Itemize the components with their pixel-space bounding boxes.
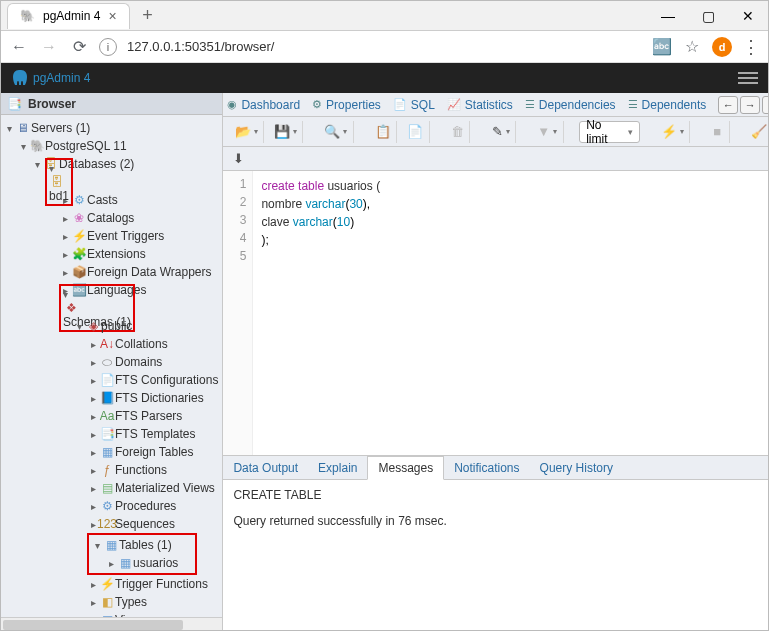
query-toolbar: 📂 💾 🔍 📋 📄 🗑 ✎ ▼ No limit▾ ⚡ ■ 🧹 <box>223 117 769 147</box>
tree-node-trigger-functions[interactable]: ▸⚡Trigger Functions <box>1 575 222 593</box>
tree-node-bd1[interactable]: ▾🗄bd1 <box>1 173 222 191</box>
tree-node-extensions[interactable]: ▸🧩Extensions <box>1 245 222 263</box>
tree-node-fdw[interactable]: ▸📦Foreign Data Wrappers <box>1 263 222 281</box>
profile-avatar[interactable]: d <box>712 37 732 57</box>
object-tree[interactable]: ▾🖥Servers (1) ▾🐘PostgreSQL 11 ▾🗄Database… <box>1 115 222 617</box>
open-file-button[interactable]: 📂 <box>229 121 264 143</box>
execute-button[interactable]: ⚡ <box>655 121 690 143</box>
window-controls: — ▢ ✕ <box>648 1 768 31</box>
tree-node-tables[interactable]: ▾▦Tables (1) <box>91 536 193 554</box>
browser-tab-strip: 🐘 pgAdmin 4 × + — ▢ ✕ <box>1 1 768 31</box>
result-tab-query-history[interactable]: Query History <box>530 457 623 479</box>
tree-node-usuarios[interactable]: ▸▦usuarios <box>91 554 193 572</box>
tree-node-catalogs[interactable]: ▸❀Catalogs <box>1 209 222 227</box>
reload-button[interactable]: ⟳ <box>69 37 89 57</box>
download-csv-button[interactable]: ⬇ <box>223 147 253 171</box>
browser-title: Browser <box>28 97 76 111</box>
messages-output: CREATE TABLE Query returned successfully… <box>223 480 769 631</box>
main-split: 📑 Browser ▾🖥Servers (1) ▾🐘PostgreSQL 11 … <box>1 93 768 631</box>
tree-node-databases[interactable]: ▾🗄Databases (2) <box>1 155 222 173</box>
tree-node-foreign-tables[interactable]: ▸▦Foreign Tables <box>1 443 222 461</box>
tree-node-pg11[interactable]: ▾🐘PostgreSQL 11 <box>1 137 222 155</box>
find-button[interactable]: 🔍 <box>319 121 354 143</box>
tree-node-servers[interactable]: ▾🖥Servers (1) <box>1 119 222 137</box>
address-bar: ← → ⟳ i 127.0.0.1:50351/browser/ 🔤 ☆ d ⋮ <box>1 31 768 63</box>
elephant-icon <box>11 69 27 87</box>
sql-editor[interactable]: 12345 create table usuarios ( nombre var… <box>223 171 769 456</box>
close-window-button[interactable]: ✕ <box>728 1 768 31</box>
result-tab-notifications[interactable]: Notifications <box>444 457 529 479</box>
tree-node-mat-views[interactable]: ▸▤Materialized Views <box>1 479 222 497</box>
dependencies-icon: ☰ <box>525 98 535 111</box>
main-content: ◉Dashboard ⚙Properties 📄SQL 📈Statistics … <box>223 93 769 631</box>
clear-button[interactable]: 🧹 <box>745 121 769 143</box>
maximize-button[interactable]: ▢ <box>688 1 728 31</box>
message-line-2: Query returned successfully in 76 msec. <box>233 514 769 528</box>
tree-node-schemas[interactable]: ▾❖Schemas (1) <box>1 299 222 317</box>
tab-dependencies[interactable]: ☰Dependencies <box>525 98 616 112</box>
tab-properties[interactable]: ⚙Properties <box>312 98 381 112</box>
forward-button[interactable]: → <box>39 37 59 57</box>
tabs-next-button[interactable]: → <box>740 96 760 114</box>
result-tab-messages[interactable]: Messages <box>367 456 444 480</box>
tree-node-functions[interactable]: ▸ƒFunctions <box>1 461 222 479</box>
tab-dependents[interactable]: ☰Dependents <box>628 98 707 112</box>
pgadmin-favicon: 🐘 <box>20 9 35 23</box>
tree-node-public[interactable]: ▾◈public <box>1 317 222 335</box>
filter-button[interactable]: ▼ <box>532 121 564 143</box>
result-tabs: Data Output Explain Messages Notificatio… <box>223 456 769 480</box>
minimize-button[interactable]: — <box>648 1 688 31</box>
browser-tab[interactable]: 🐘 pgAdmin 4 × <box>7 3 130 29</box>
tab-nav-buttons: ← → ✕ <box>718 96 769 114</box>
tree-node-sequences[interactable]: ▸123Sequences <box>1 515 222 533</box>
url-field[interactable]: 127.0.0.1:50351/browser/ <box>127 39 642 54</box>
edit-button[interactable]: ✎ <box>486 121 516 143</box>
browser-sidebar: 📑 Browser ▾🖥Servers (1) ▾🐘PostgreSQL 11 … <box>1 93 223 631</box>
pgadmin-header: pgAdmin 4 <box>1 63 768 93</box>
new-tab-button[interactable]: + <box>136 4 160 28</box>
sql-icon: 📄 <box>393 98 407 111</box>
tree-node-domains[interactable]: ▸⬭Domains <box>1 353 222 371</box>
browser-panel-header: 📑 Browser <box>1 93 222 115</box>
main-menu-button[interactable] <box>738 72 758 84</box>
tree-node-fts-dict[interactable]: ▸📘FTS Dictionaries <box>1 389 222 407</box>
tabs-prev-button[interactable]: ← <box>718 96 738 114</box>
tree-node-casts[interactable]: ▸⚙Casts <box>1 191 222 209</box>
tabs-close-button[interactable]: ✕ <box>762 96 769 114</box>
tab-title: pgAdmin 4 <box>43 9 100 23</box>
code-area[interactable]: create table usuarios ( nombre varchar(3… <box>253 171 769 455</box>
tree-node-fts-parsers[interactable]: ▸AaFTS Parsers <box>1 407 222 425</box>
paste-button[interactable]: 📄 <box>401 121 429 143</box>
site-info-icon[interactable]: i <box>99 38 117 56</box>
tree-node-types[interactable]: ▸◧Types <box>1 593 222 611</box>
save-file-button[interactable]: 💾 <box>268 121 303 143</box>
tree-node-event-triggers[interactable]: ▸⚡Event Triggers <box>1 227 222 245</box>
message-line-1: CREATE TABLE <box>233 488 769 502</box>
delete-button[interactable]: 🗑 <box>445 121 470 143</box>
tab-sql[interactable]: 📄SQL <box>393 98 435 112</box>
result-tab-explain[interactable]: Explain <box>308 457 367 479</box>
close-tab-icon[interactable]: × <box>108 8 116 24</box>
stop-button[interactable]: ■ <box>706 121 730 143</box>
tree-node-fts-templates[interactable]: ▸📑FTS Templates <box>1 425 222 443</box>
properties-icon: ⚙ <box>312 98 322 111</box>
tree-node-fts-conf[interactable]: ▸📄FTS Configurations <box>1 371 222 389</box>
tree-node-procedures[interactable]: ▸⚙Procedures <box>1 497 222 515</box>
translate-icon[interactable]: 🔤 <box>652 37 672 57</box>
sidebar-horizontal-scrollbar[interactable] <box>1 617 222 631</box>
result-tab-data-output[interactable]: Data Output <box>223 457 308 479</box>
copy-button[interactable]: 📋 <box>369 121 397 143</box>
tab-dashboard[interactable]: ◉Dashboard <box>227 98 300 112</box>
browser-menu-icon[interactable]: ⋮ <box>742 36 760 58</box>
tree-node-collations[interactable]: ▸A↓Collations <box>1 335 222 353</box>
dependents-icon: ☰ <box>628 98 638 111</box>
results-panel: Data Output Explain Messages Notificatio… <box>223 456 769 631</box>
statistics-icon: 📈 <box>447 98 461 111</box>
back-button[interactable]: ← <box>9 37 29 57</box>
limit-dropdown[interactable]: No limit▾ <box>579 121 640 143</box>
tab-statistics[interactable]: 📈Statistics <box>447 98 513 112</box>
panel-tabs: ◉Dashboard ⚙Properties 📄SQL 📈Statistics … <box>223 93 769 117</box>
line-gutter: 12345 <box>223 171 253 455</box>
pgadmin-logo[interactable]: pgAdmin 4 <box>11 69 90 87</box>
bookmark-icon[interactable]: ☆ <box>682 37 702 57</box>
